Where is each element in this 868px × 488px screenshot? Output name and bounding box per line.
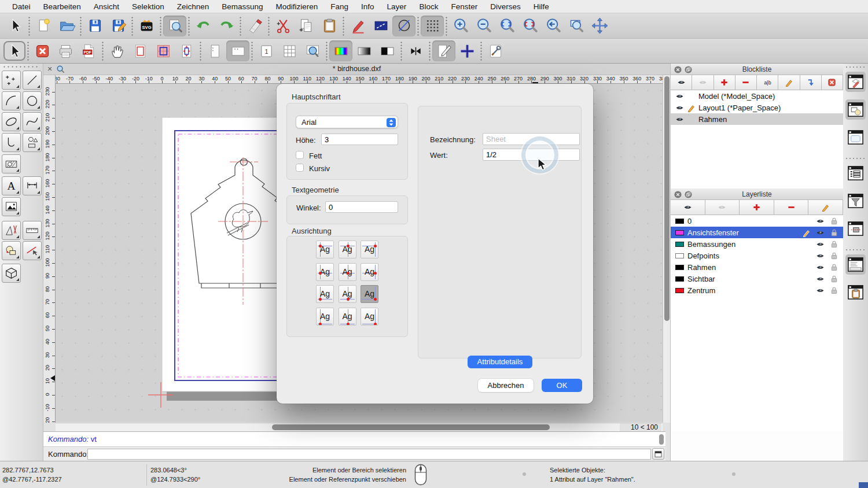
vertical-scrollbar[interactable]	[663, 75, 670, 423]
shape-tools-button[interactable]	[23, 133, 42, 152]
insert-block-button[interactable]	[800, 75, 822, 90]
block-visibility-eye-icon[interactable]	[675, 92, 684, 101]
menu-hilfe[interactable]: Hilfe	[527, 2, 556, 11]
settings-wrench-button[interactable]	[484, 40, 507, 61]
menu-zeichnen[interactable]: Zeichnen	[171, 2, 216, 11]
solid-tools-button[interactable]	[2, 264, 21, 283]
alignment-button-3-2[interactable]: Ag	[339, 285, 356, 303]
layer-lock-icon[interactable]	[830, 228, 838, 237]
block-insert-tools-button[interactable]	[2, 241, 21, 260]
landscape-page-button[interactable]	[226, 40, 249, 61]
layer-row[interactable]: Bemassungen	[671, 238, 843, 250]
ok-button[interactable]: OK	[542, 379, 582, 392]
strip-drag-handle[interactable]	[845, 66, 866, 68]
paper-pencil-button[interactable]	[432, 40, 455, 61]
circle-tools-button[interactable]	[23, 91, 42, 110]
paste-button[interactable]	[318, 16, 341, 36]
hide-all-blocks-button[interactable]	[692, 75, 713, 90]
draw-misc-tools-button[interactable]	[2, 221, 21, 240]
alignment-button-1-1[interactable]: Ag	[316, 241, 334, 258]
menu-fang[interactable]: Fang	[324, 2, 355, 11]
edit-layer-button[interactable]	[808, 200, 843, 215]
zoom-in-button[interactable]	[449, 16, 472, 36]
print-preview-button[interactable]	[163, 16, 186, 36]
portrait-page-button[interactable]	[203, 40, 226, 61]
command-history[interactable]: Kommando: vt	[43, 431, 665, 446]
polyline-tools-button[interactable]	[2, 133, 21, 152]
menu-bemassung[interactable]: Bemassung	[215, 2, 269, 11]
open-document-button[interactable]	[55, 16, 78, 36]
layer-lock-icon[interactable]	[830, 252, 838, 260]
attribute-details-button[interactable]: Attributdetails	[468, 356, 532, 368]
close-drawing-button[interactable]	[31, 40, 54, 61]
layer-row[interactable]: 0	[671, 215, 843, 227]
new-document-button[interactable]	[32, 16, 55, 36]
cancel-button[interactable]: Abbrechen	[478, 379, 534, 392]
blue-rect-line-button[interactable]	[369, 16, 392, 36]
layer-visibility-eye-icon[interactable]	[816, 217, 825, 225]
undo-button[interactable]	[192, 16, 215, 36]
single-page-button[interactable]: 1	[255, 40, 278, 61]
show-all-blocks-button[interactable]	[671, 75, 692, 90]
layer-visibility-eye-icon[interactable]	[816, 275, 825, 283]
show-all-layers-button[interactable]	[671, 200, 705, 215]
multi-page-button[interactable]	[278, 40, 301, 61]
alignment-button-1-2[interactable]: Ag	[339, 241, 356, 258]
spline-tools-button[interactable]	[23, 112, 42, 131]
alignment-button-2-1[interactable]: Ag	[316, 263, 334, 281]
menu-ansicht[interactable]: Ansicht	[87, 2, 126, 11]
horizontal-scrollbar[interactable]: 10 < 100	[56, 423, 663, 431]
pan-button[interactable]	[588, 16, 611, 36]
resize-corner[interactable]	[859, 482, 868, 488]
alignment-button-1-3[interactable]: Ag	[361, 241, 378, 258]
panel-clipboard-toggle-button[interactable]	[845, 282, 866, 302]
menu-info[interactable]: Info	[355, 2, 381, 11]
black-white-button[interactable]	[376, 40, 399, 61]
cursor-button[interactable]	[3, 41, 25, 61]
line-tools-button[interactable]	[23, 71, 42, 90]
zoom-page-button[interactable]	[301, 40, 324, 61]
italic-label[interactable]: Kursiv	[309, 164, 330, 173]
purge-block-button[interactable]	[822, 75, 843, 90]
panel-filter-toggle-button[interactable]	[845, 191, 866, 211]
dock-drag-handle[interactable]	[2, 65, 39, 68]
document-tab-title[interactable]: * birdhouse.dxf	[43, 65, 670, 73]
layer-row[interactable]: Zentrum	[671, 284, 843, 296]
block-visibility-eye-icon[interactable]	[675, 115, 684, 124]
point-tools-button[interactable]	[2, 71, 21, 90]
layer-row[interactable]: Defpoints	[671, 250, 843, 261]
save-as-button[interactable]	[106, 16, 130, 36]
alignment-button-3-1[interactable]: Ag	[316, 285, 334, 303]
grid-dots-button[interactable]	[421, 16, 444, 36]
alignment-button-4-1[interactable]: Ag	[316, 308, 334, 326]
font-select[interactable]: Arial	[296, 116, 398, 128]
hatch-tools-button[interactable]	[2, 154, 21, 173]
panel-views-toggle-button[interactable]	[845, 127, 866, 147]
layer-visibility-eye-icon[interactable]	[816, 240, 825, 249]
fit-page-button[interactable]	[175, 40, 198, 61]
menu-datei[interactable]: Datei	[6, 2, 37, 11]
block-row[interactable]: Model (*Model_Space)	[671, 90, 843, 102]
print-button[interactable]	[54, 40, 77, 61]
alignment-button-2-2[interactable]: Ag	[339, 263, 356, 281]
block-visibility-eye-icon[interactable]	[675, 103, 684, 112]
layer-visibility-eye-icon[interactable]	[816, 263, 825, 272]
pdf-export-button[interactable]: PDF	[77, 40, 100, 61]
italic-checkbox[interactable]	[296, 164, 304, 172]
dimension-tools-button[interactable]	[23, 176, 42, 195]
block-row[interactable]: Rahmen	[671, 113, 843, 125]
bold-label[interactable]: Fett	[309, 151, 322, 160]
alignment-button-4-2[interactable]: Ag	[339, 308, 356, 326]
page-red-button[interactable]	[128, 40, 152, 61]
panel-properties-toggle-button[interactable]	[845, 163, 866, 183]
menu-block[interactable]: Block	[413, 2, 444, 11]
layer-visibility-eye-icon[interactable]	[816, 252, 825, 260]
auto-dimension-button[interactable]	[404, 40, 427, 61]
horizontal-scrollbar-thumb[interactable]	[272, 424, 550, 430]
alignment-button-4-3[interactable]: Ag	[361, 308, 378, 326]
zoom-window-button[interactable]	[565, 16, 588, 36]
red-pencil-button[interactable]	[346, 16, 369, 36]
alignment-button-3-3[interactable]: Ag	[361, 285, 378, 303]
layer-lock-icon[interactable]	[830, 263, 838, 272]
hide-all-layers-button[interactable]	[705, 200, 740, 215]
